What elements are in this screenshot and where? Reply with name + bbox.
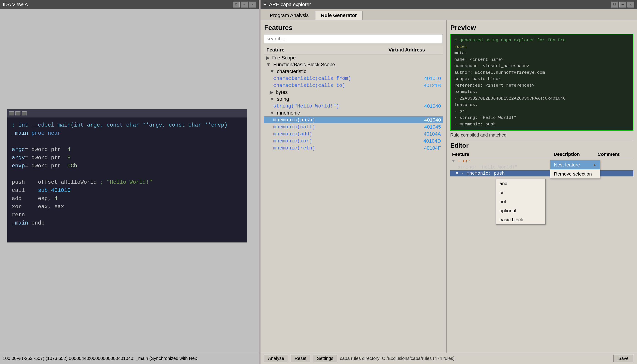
va-cell-bytes — [386, 89, 443, 96]
tree-row-mnemonic-add[interactable]: mnemonic(add) 40104A — [264, 130, 443, 138]
tree-cell-calls-to: characteristic(calls to) — [264, 82, 386, 89]
tree-row-bytes[interactable]: ▶ bytes — [264, 89, 443, 96]
tree-cell-file-scope: ▶ File Scope — [264, 54, 386, 62]
capa-minimize-btn[interactable]: □ — [611, 2, 618, 8]
tab-rule-generator[interactable]: Rule Generator — [315, 11, 363, 20]
preview-title: Preview — [450, 24, 633, 32]
capa-window: FLARE capa explorer □ — ✕ Program Analys… — [261, 0, 637, 364]
tree-row-mnemonic-retn[interactable]: mnemonic(retn) 40104F — [264, 144, 443, 152]
editor-section: Editor Feature Description Comment — [450, 140, 633, 179]
code-line-blank-1 — [12, 138, 242, 146]
analyze-button[interactable]: Analyze — [264, 355, 288, 362]
code-line-call: call sub_401010 — [12, 186, 242, 194]
va-cell-file-scope — [386, 54, 443, 62]
tree-row-characteristic[interactable]: ▼ characteristic — [264, 68, 443, 75]
preview-status: Rule compiled and matched — [450, 132, 633, 138]
menu-item-basic-block-label: basic block — [499, 217, 523, 222]
ida-close-btn[interactable]: ✕ — [249, 2, 256, 8]
features-table-header: Feature Virtual Address — [264, 46, 443, 54]
tree-cell-func-scope: ▼ Function/Basic Block Scope — [264, 61, 386, 68]
ida-title: IDA View-A — [3, 2, 28, 8]
tree-cell-bytes: ▶ bytes — [264, 89, 386, 96]
code-line-2: _main proc near — [12, 129, 242, 138]
editor-desc-col: Description — [552, 150, 596, 158]
features-search-input[interactable] — [264, 34, 443, 43]
va-cell-mnemonic-push: 401040 — [386, 116, 443, 123]
va-cell-mnemonic-xor: 40104D — [386, 138, 443, 144]
va-cell-func-scope — [386, 61, 443, 68]
tab-program-analysis[interactable]: Program Analysis — [264, 11, 314, 20]
ida-maximize-btn[interactable]: — — [241, 2, 248, 8]
context-menu-item-and[interactable]: and — [496, 179, 545, 188]
context-menu-item-remove[interactable]: Remove selection — [550, 170, 600, 178]
context-menu-item-nest[interactable]: Nest feature ▶ — [550, 160, 600, 170]
ida-titlebar: IDA View-A □ — ✕ — [0, 0, 259, 9]
tree-row-calls-to[interactable]: characteristic(calls to) 40121B — [264, 82, 443, 89]
editor-row-string[interactable]: string: "Hello World!" — [450, 164, 633, 170]
context-menu-item-optional[interactable]: optional — [496, 206, 545, 215]
tree-row-mnemonic-xor[interactable]: mnemonic(xor) 40104D — [264, 138, 443, 144]
features-table: Feature Virtual Address ▶ File Scope — [264, 46, 443, 152]
tree-cell-characteristic: ▼ characteristic — [264, 68, 386, 75]
capa-content: Features Feature Virtual Address — [261, 20, 637, 355]
menu-item-and-label: and — [499, 181, 507, 186]
settings-button[interactable]: Settings — [313, 355, 337, 362]
va-cell-mnemonic-retn: 40104F — [386, 144, 443, 152]
menu-item-or-label: or — [499, 190, 504, 195]
ida-inner-btn-2[interactable] — [16, 111, 21, 116]
editor-row-mnemonic-push[interactable]: ▼ - mnemonic: push — [450, 170, 633, 176]
va-cell-calls-from: 401010 — [386, 75, 443, 82]
editor-row-or[interactable]: ▼ - or: — [450, 158, 633, 164]
menu-item-not-label: not — [499, 199, 506, 204]
ida-statusbar: 100.00% (-253,-507) (1073,652) 00000440:… — [0, 353, 259, 364]
editor-comment-col: Comment — [596, 150, 633, 158]
capa-maximize-btn[interactable]: — — [619, 2, 626, 8]
context-menu-item-not[interactable]: not — [496, 197, 545, 206]
ida-inner-btn-3[interactable] — [22, 111, 27, 116]
ida-inner-btn-1[interactable] — [9, 111, 14, 116]
tree-row-file-scope[interactable]: ▶ File Scope — [264, 54, 443, 62]
context-menu-item-or[interactable]: or — [496, 188, 545, 197]
ida-inner-titlebar — [7, 109, 247, 118]
main-context-menu: Nest feature ▶ Remove selection — [550, 160, 600, 179]
features-title: Features — [264, 24, 443, 32]
tree-row-mnemonic-call[interactable]: mnemonic(call) 401045 — [264, 123, 443, 130]
reset-button[interactable]: Reset — [291, 355, 310, 362]
code-line-blank-2 — [12, 170, 242, 178]
editor-title: Editor — [450, 142, 633, 149]
tree-row-calls-from[interactable]: characteristic(calls from) 401010 — [264, 75, 443, 82]
ida-status-text: 100.00% (-253,-507) (1073,652) 00000440:… — [3, 356, 197, 361]
editor-feature-col: Feature — [450, 150, 552, 158]
ida-minimize-btn[interactable]: □ — [233, 2, 240, 8]
tree-cell-mnemonic-call: mnemonic(call) — [264, 123, 386, 130]
save-button[interactable]: Save — [613, 355, 633, 362]
code-line-1: ; int __cdecl main(int argc, const char … — [12, 121, 242, 129]
nest-feature-arrow-icon: ▶ — [594, 163, 596, 167]
menu-item-nest-label: Nest feature — [554, 162, 580, 168]
code-line-retn: retn — [12, 211, 242, 219]
capa-bottombar: Analyze Reset Settings capa rules direct… — [261, 353, 637, 364]
va-cell-mnemonic — [386, 110, 443, 116]
menu-item-optional-label: optional — [499, 208, 516, 214]
tree-cell-mnemonic: ▼ mnemonic — [264, 110, 386, 116]
capa-close-btn[interactable]: ✕ — [627, 2, 634, 8]
preview-editor-panel: Preview # generated using capa explorer … — [447, 20, 637, 355]
features-panel: Features Feature Virtual Address — [261, 20, 447, 355]
features-scroll: Feature Virtual Address ▶ File Scope — [264, 46, 443, 351]
tree-row-mnemonic-push[interactable]: mnemonic(push) 401040 — [264, 116, 443, 123]
capa-titlebar: FLARE capa explorer □ — ✕ — [261, 0, 637, 9]
ida-disassembly-window: ; int __cdecl main(int argc, const char … — [7, 109, 247, 243]
ida-window: IDA View-A □ — ✕ ; int __cdecl main(int … — [0, 0, 259, 364]
code-line-4: argv= dword ptr 8 — [12, 154, 242, 162]
editor-comment-mnemonic — [596, 170, 633, 176]
tree-row-func-scope[interactable]: ▼ Function/Basic Block Scope — [264, 61, 443, 68]
tree-row-mnemonic[interactable]: ▼ mnemonic — [264, 110, 443, 116]
ida-title-buttons: □ — ✕ — [233, 2, 256, 8]
tree-row-string[interactable]: ▼ string — [264, 96, 443, 102]
editor-cell-string: string: "Hello World!" — [450, 164, 552, 170]
tree-row-hello-world[interactable]: string("Hello World!") 401040 — [264, 102, 443, 110]
context-menu-item-basic-block[interactable]: basic block — [496, 215, 545, 224]
editor-table: Feature Description Comment ▼ - or: — [450, 150, 633, 176]
feature-col-header: Feature — [264, 46, 386, 54]
tree-cell-calls-from: characteristic(calls from) — [264, 75, 386, 82]
